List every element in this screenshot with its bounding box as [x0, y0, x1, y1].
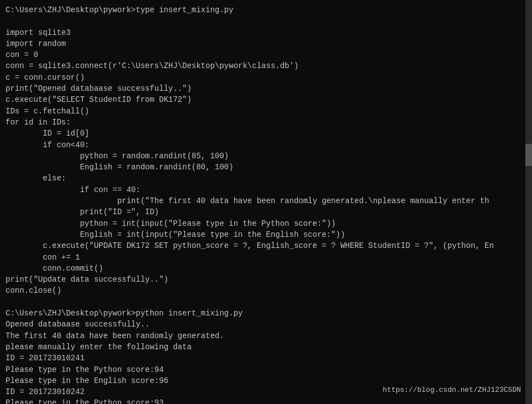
terminal-window: C:\Users\ZHJ\Desktop\pywork>type insert_… [0, 0, 532, 404]
scrollbar-thumb[interactable] [525, 144, 532, 166]
terminal-content: C:\Users\ZHJ\Desktop\pywork>type insert_… [6, 4, 526, 404]
watermark: https://blog.csdn.net/ZHJ123CSDN [383, 386, 521, 394]
scrollbar[interactable] [525, 0, 532, 404]
